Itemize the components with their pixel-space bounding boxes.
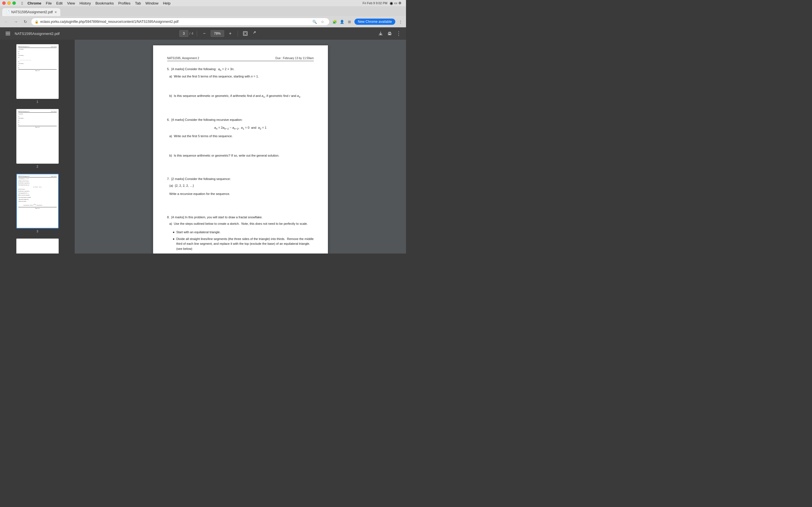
bullet-dot-1: ●: [173, 230, 175, 235]
menu-help[interactable]: Help: [161, 1, 173, 6]
menu-profiles[interactable]: Profiles: [116, 1, 133, 6]
menu-window[interactable]: Window: [143, 1, 161, 6]
maximize-button[interactable]: [12, 1, 16, 5]
question-5: 5. [4 marks] Consider the following: an …: [167, 67, 314, 112]
traffic-lights: [2, 1, 16, 5]
svg-line-10: [35, 204, 36, 205]
back-button[interactable]: ←: [2, 18, 10, 25]
address-bar: ← → ↻ 🔒 eclass.yorku.ca/pluginfile.php/5…: [0, 16, 406, 27]
main-content: NATS1595, Assignment 2Due: Feb 13 1. [4 …: [0, 40, 406, 253]
system-time: Fri Feb 9 9:02 PM: [363, 1, 390, 5]
menu-edit[interactable]: Edit: [54, 1, 65, 6]
toolbar-right: 🧩 👤 ⊞: [331, 18, 353, 25]
hamburger-icon: [6, 32, 10, 35]
thumbnail-page-1[interactable]: NATS1595, Assignment 2Due: Feb 13 1. [4 …: [0, 42, 75, 106]
q6a: a) Write out the first 5 terms of this s…: [169, 134, 314, 139]
thumbnail-page-4[interactable]: 4: [0, 236, 75, 253]
print-button[interactable]: [386, 30, 394, 38]
pdf-zoom-level: 78%: [211, 30, 224, 37]
pdf-page-input[interactable]: 3: [179, 30, 188, 37]
download-button[interactable]: [377, 30, 385, 38]
thumbnail-2-label: 2: [36, 165, 38, 168]
q8-bullet1-text: Start with an equilateral triangle.: [176, 230, 220, 235]
q7-title: 7. [2 marks] Consider the following sequ…: [167, 177, 314, 182]
thumbnail-3-image: NATS1595, Assignment 2Due: Feb 13 5. [4 …: [16, 174, 59, 228]
thumbnail-2-image: NATS1595, Assignment 2Due: Feb 13 3. (co…: [16, 109, 59, 164]
bookmark-icon[interactable]: ☆: [319, 18, 326, 25]
pdf-page-nav: 3 / 4: [179, 30, 193, 37]
svg-rect-3: [243, 32, 247, 36]
q5a: a) Write out the first 5 terms of this s…: [169, 74, 314, 79]
menu-view[interactable]: View: [65, 1, 77, 6]
pdf-page-header: NATS1595, Assignment 2 Due : February 13…: [167, 57, 314, 61]
thumbnail-4-image: [16, 238, 59, 253]
address-actions: 🔍 ☆: [311, 18, 326, 25]
q8-title: 8. [4 marks] In this problem, you will s…: [167, 215, 314, 220]
q7a: Write a recursive equation for the seque…: [169, 191, 314, 196]
pdf-toolbar: NATS1595Assignment2.pdf 3 / 4 − 78% +: [0, 27, 406, 40]
more-options-button[interactable]: ⋮: [395, 30, 403, 38]
q8-bullet2-text: Divide all straight lines/line segments …: [176, 237, 313, 251]
zoom-in-button[interactable]: +: [226, 30, 234, 38]
separator2: [238, 31, 238, 36]
thumbnail-page-2[interactable]: NATS1595, Assignment 2Due: Feb 13 3. (co…: [0, 107, 75, 170]
search-icon[interactable]: 🔍: [311, 18, 318, 25]
new-chrome-button[interactable]: New Chrome available: [354, 18, 395, 25]
svg-rect-6: [389, 34, 391, 35]
download-icon: [378, 31, 383, 36]
menu-tab[interactable]: Tab: [133, 1, 143, 6]
menu-file[interactable]: File: [44, 1, 54, 6]
fit-page-button[interactable]: [241, 30, 249, 38]
svg-rect-0: [6, 32, 10, 33]
thumbnail-page-3[interactable]: NATS1595, Assignment 2Due: Feb 13 5. [4 …: [0, 172, 75, 235]
q6-equation: an = 2an−1 − an−2, a1 = 0 and a2 = 1: [167, 125, 314, 131]
rotate-icon: [253, 31, 258, 36]
wifi-icon: ◉: [390, 1, 393, 5]
extensions-icon[interactable]: 🧩: [331, 18, 338, 25]
fit-page-icon: [243, 31, 248, 36]
apple-menu[interactable]: : [19, 0, 25, 6]
menu-bookmarks[interactable]: Bookmarks: [93, 1, 116, 6]
menu-chrome[interactable]: Chrome: [25, 1, 43, 6]
address-input[interactable]: 🔒 eclass.yorku.ca/pluginfile.php/5947899…: [31, 18, 329, 25]
minimize-button[interactable]: [7, 1, 11, 5]
rotate-button[interactable]: [252, 30, 259, 38]
side-panel-icon[interactable]: ⊞: [346, 18, 353, 25]
thumbnail-1-image: NATS1595, Assignment 2Due: Feb 13 1. [4 …: [16, 44, 59, 99]
battery-icon: ▭: [394, 1, 397, 5]
pdf-menu-button[interactable]: [3, 29, 12, 38]
browser-tab[interactable]: 📄 NATS1595Assignment2.pdf ✕: [2, 8, 60, 16]
reload-button[interactable]: ↻: [21, 18, 29, 25]
thumbnail-3-label: 3: [36, 230, 38, 233]
pdf-header-left: NATS1595, Assignment 2: [167, 57, 199, 60]
pdf-viewer[interactable]: NATS1595, Assignment 2 Due : February 13…: [75, 40, 406, 253]
zoom-out-button[interactable]: −: [200, 30, 208, 38]
lock-icon: 🔒: [35, 20, 39, 24]
chrome-menu-icon[interactable]: ⋮: [397, 18, 404, 25]
settings-icon: ⚙: [398, 1, 402, 5]
svg-rect-4: [244, 33, 246, 35]
q5-title: 5. [4 marks] Consider the following: an …: [167, 67, 314, 72]
q6b: b) Is this sequence arithmetic or geomet…: [169, 153, 314, 158]
tab-favicon-icon: 📄: [6, 10, 10, 14]
url-text: eclass.yorku.ca/pluginfile.php/5947899/m…: [40, 20, 310, 24]
pdf-document-title: NATS1595Assignment2.pdf: [15, 32, 59, 36]
tab-title: NATS1595Assignment2.pdf: [11, 10, 53, 14]
q5b: b) Is this sequence arithmetic or geomet…: [169, 94, 314, 99]
pdf-header-right: Due : February 13 by 11:59am: [275, 57, 314, 60]
svg-line-9: [33, 204, 35, 205]
q7-seq: (a) {2, 2, 2, 2, …}: [169, 183, 314, 188]
q8-bullet1: ● Start with an equilateral triangle.: [173, 230, 314, 235]
page-separator: /: [190, 32, 190, 36]
close-button[interactable]: [2, 1, 6, 5]
profiles-icon[interactable]: 👤: [339, 18, 345, 25]
bullet-dot-2: ●: [173, 237, 175, 251]
menu-history[interactable]: History: [77, 1, 93, 6]
pdf-total-pages: 4: [192, 32, 193, 36]
pdf-toolbar-right: ⋮: [377, 30, 403, 38]
q6-title: 6. [4 marks] Consider the following recu…: [167, 117, 314, 122]
tab-close-icon[interactable]: ✕: [54, 10, 57, 14]
tab-bar: 📄 NATS1595Assignment2.pdf ✕: [0, 6, 406, 16]
svg-rect-1: [6, 33, 10, 34]
forward-button[interactable]: →: [12, 18, 20, 25]
